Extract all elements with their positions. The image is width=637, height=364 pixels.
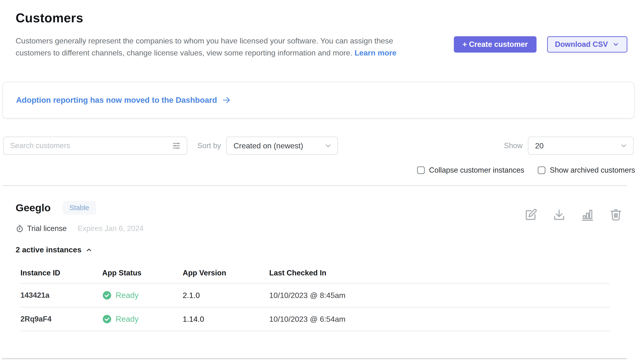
sort-select[interactable]: Created on (newest) (226, 136, 338, 155)
show-select-value: 20 (535, 142, 544, 150)
instance-app-version: 2.1.0 (183, 291, 269, 300)
collapse-instances-checkbox[interactable] (417, 166, 425, 174)
reporting-chart-icon[interactable] (581, 208, 594, 222)
instance-status: Ready (102, 290, 183, 300)
instance-status-label: Ready (116, 314, 138, 324)
sort-by-label: Sort by (197, 142, 221, 150)
show-archived-checkbox[interactable] (538, 166, 545, 174)
instance-last-checked-in: 10/10/2023 @ 6:54am (269, 315, 610, 324)
license-row: Trial license Expires Jan 6, 2024 (16, 224, 622, 233)
col-header-app-version: App Version (183, 269, 269, 277)
edit-customer-icon[interactable] (524, 208, 537, 222)
chevron-down-icon (620, 142, 628, 150)
instance-status-label: Ready (116, 291, 138, 300)
download-customer-icon[interactable] (552, 208, 566, 222)
adoption-banner: Adoption reporting has now moved to the … (3, 82, 634, 118)
instances-toggle[interactable]: 2 active instances (16, 246, 622, 254)
search-box (3, 136, 187, 155)
learn-more-link[interactable]: Learn more (355, 48, 396, 57)
show-archived-option[interactable]: Show archived customers (538, 166, 635, 174)
instance-app-version: 1.14.0 (183, 315, 269, 324)
adoption-banner-link[interactable]: Adoption reporting has now moved to the … (16, 96, 231, 105)
show-select[interactable]: 20 (528, 136, 634, 155)
header-actions: + Create customer Download CSV (454, 36, 627, 52)
chevron-down-icon (612, 41, 619, 48)
show-label: Show (504, 142, 523, 150)
list-options-row: Collapse customer instances Show archive… (0, 166, 637, 174)
description-text: Customers generally represent the compan… (16, 36, 393, 57)
instances-table: Instance ID App Status App Version Last … (21, 265, 610, 331)
channel-badge: Stable (63, 201, 96, 215)
col-header-app-status: App Status (102, 269, 183, 277)
instance-status: Ready (102, 314, 183, 324)
customer-actions (524, 208, 622, 222)
col-header-last-checked-in: Last Checked In (269, 269, 610, 277)
collapse-instances-option[interactable]: Collapse customer instances (417, 166, 524, 174)
check-circle-icon (102, 290, 112, 300)
download-csv-button[interactable]: Download CSV (547, 36, 627, 52)
instances-table-header: Instance ID App Status App Version Last … (21, 265, 610, 284)
filter-sliders-icon[interactable] (171, 141, 181, 151)
instance-id: 2Rq9aF4 (21, 315, 102, 324)
customer-card: Geeglo Stable Trial license (0, 186, 637, 331)
customers-page: Customers Customers generally represent … (0, 0, 637, 364)
license-expires: Expires Jan 6, 2024 (78, 224, 143, 233)
delete-customer-icon[interactable] (609, 208, 622, 222)
sort-select-value: Created on (newest) (234, 142, 303, 150)
stopwatch-icon (16, 224, 24, 233)
chevron-up-icon (85, 246, 93, 254)
instance-id: 143421a (21, 291, 102, 300)
page-title: Customers (16, 10, 627, 25)
table-row: 143421a Ready 2.1.0 10/10/2023 @ 8:45am (21, 284, 610, 308)
download-csv-label: Download CSV (555, 40, 608, 49)
create-customer-button[interactable]: + Create customer (454, 36, 536, 52)
show-archived-label: Show archived customers (550, 166, 635, 174)
col-header-instance-id: Instance ID (21, 269, 102, 277)
check-circle-icon (102, 314, 112, 324)
chevron-down-icon (324, 142, 332, 150)
filter-bar: Sort by Created on (newest) Show 20 (0, 136, 637, 155)
customer-name: Geeglo (16, 202, 51, 214)
bottom-divider (2, 358, 627, 359)
adoption-banner-text: Adoption reporting has now moved to the … (16, 96, 217, 105)
table-row: 2Rq9aF4 Ready 1.14.0 10/10/2023 @ 6:54am (21, 308, 610, 331)
search-input[interactable] (10, 142, 171, 150)
instances-toggle-label: 2 active instances (16, 246, 82, 254)
collapse-instances-label: Collapse customer instances (429, 166, 524, 174)
instance-last-checked-in: 10/10/2023 @ 8:45am (269, 291, 610, 300)
page-header: Customers Customers generally represent … (0, 0, 637, 59)
license-type-label: Trial license (27, 224, 67, 233)
page-description: Customers generally represent the compan… (16, 35, 424, 59)
arrow-right-icon (222, 96, 231, 105)
